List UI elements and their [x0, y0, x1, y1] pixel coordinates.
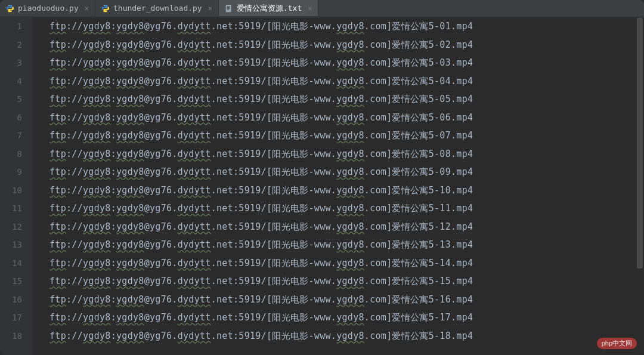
editor-content[interactable]: ftp://ygdy8:ygdy8@yg76.dydytt.net:5919/[… — [33, 17, 644, 355]
scrollbar-track[interactable] — [637, 17, 643, 351]
line-number: 1 — [0, 17, 22, 36]
svg-rect-5 — [227, 6, 230, 7]
line-number: 8 — [0, 145, 22, 163]
line-number: 2 — [0, 36, 22, 54]
tab-label: thunder_download.py — [113, 4, 202, 13]
line-number: 16 — [0, 291, 22, 309]
close-icon[interactable]: × — [308, 4, 312, 13]
line-number: 3 — [0, 54, 22, 72]
line-number: 9 — [0, 163, 22, 181]
scrollbar-thumb[interactable] — [637, 18, 643, 268]
editor-line[interactable]: ftp://ygdy8:ygdy8@yg76.dydytt.net:5919/[… — [49, 90, 644, 109]
line-number: 17 — [0, 308, 22, 327]
line-number: 13 — [0, 236, 22, 254]
svg-rect-7 — [227, 8, 230, 9]
tab-0[interactable]: piaoduoduo.py× — [0, 0, 95, 16]
editor-line[interactable]: ftp://ygdy8:ygdy8@yg76.dydytt.net:5919/[… — [49, 272, 644, 291]
svg-point-3 — [107, 11, 107, 11]
text-file-icon — [225, 4, 233, 13]
editor-line[interactable]: ftp://ygdy8:ygdy8@yg76.dydytt.net:5919/[… — [49, 308, 644, 327]
line-number: 12 — [0, 218, 22, 236]
editor-line[interactable]: ftp://ygdy8:ygdy8@yg76.dydytt.net:5919/[… — [49, 236, 644, 254]
line-number: 18 — [0, 327, 22, 345]
tab-label: piaoduoduo.py — [18, 4, 79, 13]
editor-line[interactable]: ftp://ygdy8:ygdy8@yg76.dydytt.net:5919/[… — [49, 54, 644, 72]
svg-point-0 — [8, 5, 9, 5]
editor-line[interactable]: ftp://ygdy8:ygdy8@yg76.dydytt.net:5919/[… — [49, 126, 644, 145]
line-number: 4 — [0, 72, 22, 91]
line-number: 10 — [0, 181, 22, 200]
editor-line[interactable]: ftp://ygdy8:ygdy8@yg76.dydytt.net:5919/[… — [49, 199, 644, 218]
editor-line[interactable]: ftp://ygdy8:ygdy8@yg76.dydytt.net:5919/[… — [49, 254, 644, 273]
close-icon[interactable]: × — [85, 4, 89, 13]
svg-rect-6 — [227, 7, 230, 8]
svg-rect-8 — [227, 9, 229, 10]
editor-area: 123456789101112131415161718 ftp://ygdy8:… — [0, 17, 644, 355]
line-number: 14 — [0, 254, 22, 273]
editor-line[interactable]: ftp://ygdy8:ygdy8@yg76.dydytt.net:5919/[… — [49, 145, 644, 163]
editor-line[interactable]: ftp://ygdy8:ygdy8@yg76.dydytt.net:5919/[… — [49, 181, 644, 200]
editor-line[interactable]: ftp://ygdy8:ygdy8@yg76.dydytt.net:5919/[… — [49, 109, 644, 127]
line-number: 7 — [0, 126, 22, 145]
tab-label: 爱情公寓资源.txt — [237, 3, 302, 14]
python-icon — [6, 4, 14, 13]
line-number-gutter: 123456789101112131415161718 — [0, 17, 33, 355]
editor-container: piaoduoduo.py×thunder_download.py×爱情公寓资源… — [0, 0, 644, 355]
tab-bar: piaoduoduo.py×thunder_download.py×爱情公寓资源… — [0, 0, 644, 17]
editor-line[interactable]: ftp://ygdy8:ygdy8@yg76.dydytt.net:5919/[… — [49, 17, 644, 36]
line-number: 15 — [0, 272, 22, 291]
svg-point-2 — [104, 5, 104, 5]
editor-line[interactable]: ftp://ygdy8:ygdy8@yg76.dydytt.net:5919/[… — [49, 163, 644, 181]
python-icon — [101, 4, 110, 13]
watermark-badge: php中文网 — [597, 338, 637, 349]
editor-line[interactable]: ftp://ygdy8:ygdy8@yg76.dydytt.net:5919/[… — [49, 36, 644, 54]
editor-line[interactable]: ftp://ygdy8:ygdy8@yg76.dydytt.net:5919/[… — [49, 72, 644, 91]
editor-line[interactable]: ftp://ygdy8:ygdy8@yg76.dydytt.net:5919/[… — [49, 218, 644, 236]
tab-2[interactable]: 爱情公寓资源.txt× — [219, 0, 319, 16]
line-number: 11 — [0, 199, 22, 218]
close-icon[interactable]: × — [208, 4, 212, 13]
line-number: 5 — [0, 90, 22, 109]
svg-point-1 — [11, 11, 12, 11]
editor-line[interactable]: ftp://ygdy8:ygdy8@yg76.dydytt.net:5919/[… — [49, 327, 644, 345]
editor-line[interactable]: ftp://ygdy8:ygdy8@yg76.dydytt.net:5919/[… — [49, 291, 644, 309]
line-number: 6 — [0, 109, 22, 127]
tab-1[interactable]: thunder_download.py× — [95, 0, 219, 16]
